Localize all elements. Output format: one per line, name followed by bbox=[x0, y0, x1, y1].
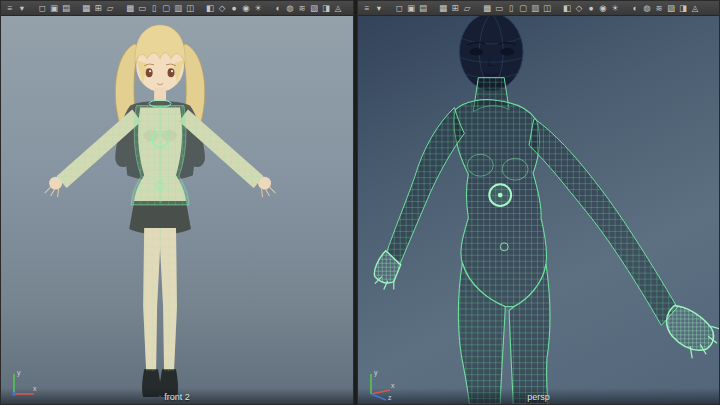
character-shaded-model[interactable] bbox=[1, 16, 353, 404]
safe-action-icon[interactable]: ◫ bbox=[541, 2, 553, 15]
camera-attributes-icon[interactable]: ▣ bbox=[405, 2, 417, 15]
grease-pencil-icon[interactable]: ▱ bbox=[104, 2, 116, 15]
bookmark-icon[interactable]: ▤ bbox=[417, 2, 429, 15]
camera-label-persp: persp bbox=[358, 392, 719, 402]
image-plane-icon[interactable]: ▦ bbox=[437, 2, 449, 15]
film-gate-icon[interactable]: ▭ bbox=[136, 2, 148, 15]
shadows-icon[interactable]: ◐ bbox=[272, 2, 284, 15]
axis-y-label: y bbox=[374, 369, 378, 377]
two-d-pan-zoom-icon[interactable]: ⊞ bbox=[449, 2, 461, 15]
resolution-gate-icon[interactable]: ▯ bbox=[148, 2, 160, 15]
image-plane-icon[interactable]: ▦ bbox=[80, 2, 92, 15]
character-head bbox=[135, 25, 185, 104]
viewport-persp: ≡▾◻▣▤▦⊞▱▩▭▯▢▥◫◧◇●◉☀◐◍≋▨◨◬ bbox=[357, 0, 720, 405]
wireframe-icon[interactable]: ◇ bbox=[573, 2, 585, 15]
axis-x-label: x bbox=[391, 382, 395, 389]
xray-icon[interactable]: ◨ bbox=[677, 2, 689, 15]
scene-front[interactable]: y x front 2 bbox=[1, 16, 353, 404]
axis-y-label: y bbox=[17, 369, 21, 377]
ambient-occlusion-icon[interactable]: ◍ bbox=[284, 2, 296, 15]
field-chart-icon[interactable]: ▥ bbox=[529, 2, 541, 15]
gate-mask-icon[interactable]: ▢ bbox=[160, 2, 172, 15]
textured-icon[interactable]: ◉ bbox=[240, 2, 252, 15]
camera-select-icon[interactable]: ▾ bbox=[373, 2, 385, 15]
gate-mask-icon[interactable]: ▢ bbox=[517, 2, 529, 15]
isolate-select-icon[interactable]: ◬ bbox=[332, 2, 344, 15]
panel-toolbar-persp: ≡▾◻▣▤▦⊞▱▩▭▯▢▥◫◧◇●◉☀◐◍≋▨◨◬ bbox=[358, 1, 719, 16]
xray-icon[interactable]: ◨ bbox=[320, 2, 332, 15]
safe-title-icon[interactable]: ◧ bbox=[561, 2, 573, 15]
viewport-front: ≡▾◻▣▤▦⊞▱▩▭▯▢▥◫◧◇●◉☀◐◍≋▨◨◬ bbox=[0, 0, 354, 405]
wireframe-icon[interactable]: ◇ bbox=[216, 2, 228, 15]
multisample-icon[interactable]: ▨ bbox=[665, 2, 677, 15]
lighting-icon[interactable]: ☀ bbox=[609, 2, 621, 15]
scene-persp[interactable]: y x z persp bbox=[358, 16, 719, 404]
ambient-occlusion-icon[interactable]: ◍ bbox=[641, 2, 653, 15]
field-chart-icon[interactable]: ▥ bbox=[172, 2, 184, 15]
motion-blur-icon[interactable]: ≋ bbox=[653, 2, 665, 15]
textured-icon[interactable]: ◉ bbox=[597, 2, 609, 15]
film-gate-icon[interactable]: ▭ bbox=[493, 2, 505, 15]
chest-selection-ring bbox=[489, 184, 511, 206]
safe-title-icon[interactable]: ◧ bbox=[204, 2, 216, 15]
multisample-icon[interactable]: ▨ bbox=[308, 2, 320, 15]
grid-icon[interactable]: ▩ bbox=[481, 2, 493, 15]
camera-attributes-icon[interactable]: ▣ bbox=[48, 2, 60, 15]
shadows-icon[interactable]: ◐ bbox=[629, 2, 641, 15]
lock-camera-icon[interactable]: ◻ bbox=[36, 2, 48, 15]
bookmark-icon[interactable]: ▤ bbox=[60, 2, 72, 15]
motion-blur-icon[interactable]: ≋ bbox=[296, 2, 308, 15]
grid-icon[interactable]: ▩ bbox=[124, 2, 136, 15]
shaded-icon[interactable]: ● bbox=[228, 2, 240, 15]
camera-label-front: front 2 bbox=[1, 392, 353, 402]
resolution-gate-icon[interactable]: ▯ bbox=[505, 2, 517, 15]
character-wireframe-model[interactable] bbox=[358, 16, 719, 404]
panel-toolbar-front: ≡▾◻▣▤▦⊞▱▩▭▯▢▥◫◧◇●◉☀◐◍≋▨◨◬ bbox=[1, 1, 353, 16]
shaded-icon[interactable]: ● bbox=[585, 2, 597, 15]
grease-pencil-icon[interactable]: ▱ bbox=[461, 2, 473, 15]
panel-menu-icon[interactable]: ≡ bbox=[4, 2, 16, 15]
panel-menu-icon[interactable]: ≡ bbox=[361, 2, 373, 15]
two-d-pan-zoom-icon[interactable]: ⊞ bbox=[92, 2, 104, 15]
lighting-icon[interactable]: ☀ bbox=[252, 2, 264, 15]
axis-x-label: x bbox=[33, 385, 37, 392]
safe-action-icon[interactable]: ◫ bbox=[184, 2, 196, 15]
camera-select-icon[interactable]: ▾ bbox=[16, 2, 28, 15]
lock-camera-icon[interactable]: ◻ bbox=[393, 2, 405, 15]
wireframe-overlay bbox=[57, 100, 264, 371]
wireframe-body[interactable] bbox=[374, 78, 719, 404]
maya-window: ≡▾◻▣▤▦⊞▱▩▭▯▢▥◫◧◇●◉☀◐◍≋▨◨◬ bbox=[0, 0, 720, 405]
isolate-select-icon[interactable]: ◬ bbox=[689, 2, 701, 15]
